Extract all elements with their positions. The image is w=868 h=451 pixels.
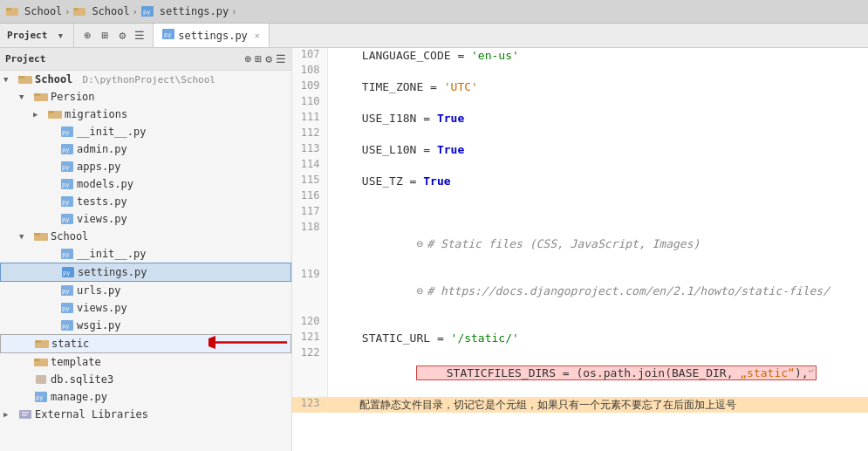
line-num-118: 118 [292,221,327,268]
table-row: 119 ⊖# https://docs.djangoproject.com/en… [292,268,868,315]
line-content-107: LANGUAGE_CODE = 'en-us' [327,48,868,64]
tree-school-views[interactable]: py views.py [0,299,291,317]
tree-ext-libs[interactable]: ▶ External Libraries [0,406,291,423]
sidebar-settings-icon[interactable]: ⚙ [265,52,272,65]
wsgi-label: wsgi.py [75,319,121,331]
tab-close-button[interactable]: ✕ [255,31,260,40]
tab-settings[interactable]: py settings.py ✕ [153,24,270,47]
breadcrumb: School › School › py settings.py › [5,4,236,18]
tree-school[interactable]: ▼ School [0,228,291,245]
table-row: 120 [292,315,868,331]
svg-rect-39 [35,340,41,343]
persion-folder-icon [33,89,49,105]
table-row: 107 LANGUAGE_CODE = 'en-us' [292,48,868,64]
svg-text:py: py [62,147,69,154]
line-content-123: 配置静态文件目录，切记它是个元组，如果只有一个元素不要忘了在后面加上逗号 [327,397,868,413]
line-num-114: 114 [292,158,327,174]
sidebar-header: Project ⊕ ⊞ ⚙ ☰ [0,48,291,71]
persion-arrow: ▼ [19,92,33,101]
manage-label: manage.py [49,391,107,403]
tab-label: settings.py [178,30,247,42]
persion-label: Persion [49,91,95,103]
db-icon [33,372,49,387]
settings-label: settings.py [76,266,147,278]
tree-migrations[interactable]: ▶ migrations [0,106,291,123]
line-content-116 [327,189,868,205]
svg-rect-27 [34,233,40,236]
tree-db[interactable]: db.sqlite3 [0,371,291,388]
tree-persion[interactable]: ▼ Persion [0,88,291,106]
table-row: 115 USE_TZ = True [292,174,868,189]
svg-rect-13 [48,111,54,113]
tree-persion-views[interactable]: py views.py [0,210,291,228]
ext-libs-label: External Libraries [33,408,148,420]
table-row: 121 STATIC_URL = '/static/' [292,331,868,346]
tree-static[interactable]: static [0,334,291,353]
tree-manage[interactable]: py manage.py [0,388,291,406]
tree-models[interactable]: py models.py [0,175,291,193]
line-content-117 [327,205,868,221]
school-folder-icon [33,229,49,244]
table-row: 116 [292,189,868,205]
admin-label: admin.py [75,143,127,155]
template-label: template [49,356,101,368]
svg-text:py: py [62,199,69,206]
sidebar: Project ⊕ ⊞ ⚙ ☰ ▼ School D:\pythonProjec… [0,48,292,451]
svg-text:py: py [143,9,150,16]
svg-rect-44 [36,375,46,384]
tab-file-icon: py [162,29,174,42]
line-content-122: STATICFILES_DIRS = (os.path.join(BASE_DI… [327,346,868,397]
line-num-123: 123 [292,397,327,413]
line-content-119: ⊖# https://docs.djangoproject.com/en/2.1… [327,268,868,315]
line-num-116: 116 [292,189,327,205]
table-row: 108 [292,64,868,79]
persion-views-label: views.py [75,213,127,225]
toolbar-menu[interactable]: ☰ [132,28,147,44]
tree-wsgi[interactable]: py wsgi.py [0,317,291,334]
breadcrumb-sep2: › [133,7,138,17]
line-num-119: 119 [292,268,327,315]
toolbar-dropdown[interactable]: ▾ [52,28,68,44]
sidebar-add-icon[interactable]: ⊕ [245,52,252,65]
migrations-label: migrations [63,108,127,120]
sidebar-collapse-icon[interactable]: ⊞ [255,52,262,65]
folder-icon2 [72,4,86,18]
svg-text:py: py [62,251,69,258]
sidebar-title: Project [5,53,45,65]
line-num-113: 113 [292,142,327,158]
toolbar-collapse[interactable]: ⊞ [97,28,113,44]
models-icon: py [59,176,75,192]
tree-urls[interactable]: py urls.py [0,282,291,299]
toolbar-settings[interactable]: ⚙ [114,28,130,44]
breadcrumb-school: School [92,5,129,17]
table-row: 109 TIME_ZONE = 'UTC' [292,79,868,95]
admin-icon: py [59,141,75,157]
tree-apps[interactable]: py apps.py [0,158,291,175]
line-num-120: 120 [292,315,327,331]
tree-school-init[interactable]: py __init__.py [0,245,291,263]
root-label: School D:\pythonProject\School [33,73,215,85]
svg-text:py: py [62,323,69,330]
line-num-107: 107 [292,48,327,64]
tree-tests[interactable]: py tests.py [0,193,291,210]
line-content-120 [327,315,868,331]
line-num-117: 117 [292,205,327,221]
school-init-icon: py [59,246,75,262]
line-num-122: 122 [292,346,327,397]
line-content-118: ⊖# Static files (CSS, JavaScript, Images… [327,221,868,268]
tree-persion-init[interactable]: py __init__.py [0,123,291,140]
tree-settings[interactable]: py settings.py [0,263,291,282]
toolbar-add[interactable]: ⊕ [79,28,95,44]
sidebar-menu-icon[interactable]: ☰ [276,52,286,65]
tree-template[interactable]: template [0,353,291,371]
tests-icon: py [59,194,75,209]
table-row: 123 配置静态文件目录，切记它是个元组，如果只有一个元素不要忘了在后面加上逗号 [292,397,868,413]
models-label: models.py [75,178,133,190]
code-editor[interactable]: 107 LANGUAGE_CODE = 'en-us' 108 109 TIME… [292,48,868,451]
tree-admin[interactable]: py admin.py [0,140,291,158]
ext-libs-icon [17,407,33,422]
line-num-109: 109 [292,79,327,95]
line-num-121: 121 [292,331,327,346]
line-content-111: USE_I18N = True [327,111,868,126]
tree-root[interactable]: ▼ School D:\pythonProject\School [0,71,291,88]
